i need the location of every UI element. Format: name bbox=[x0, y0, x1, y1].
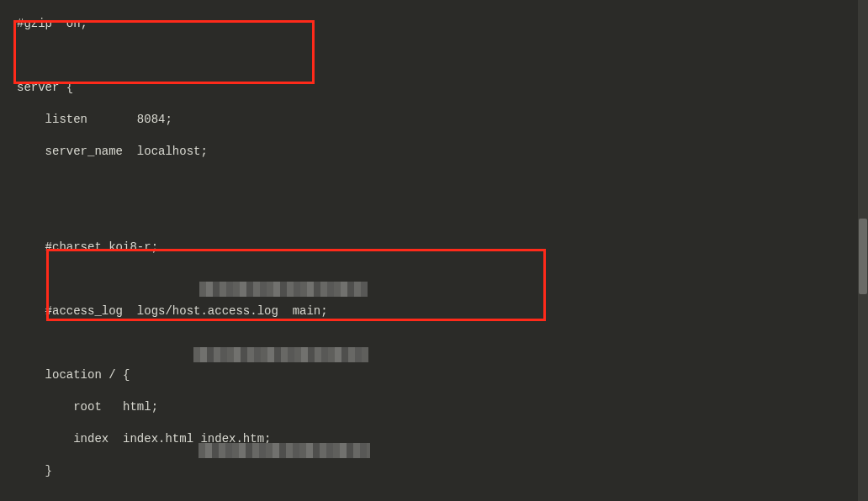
code-line: listen 8084; bbox=[17, 112, 868, 128]
redacted-overlay bbox=[198, 443, 370, 458]
code-line bbox=[17, 335, 868, 351]
code-line bbox=[17, 176, 868, 192]
code-line bbox=[17, 272, 868, 287]
code-line: #access_log logs/host.access.log main; bbox=[17, 303, 868, 319]
vertical-scrollbar-track[interactable] bbox=[858, 0, 868, 501]
redacted-overlay bbox=[193, 347, 368, 362]
code-line: #gzip on; bbox=[17, 16, 868, 32]
code-editor-content[interactable]: #gzip on; server { listen 8084; server_n… bbox=[0, 0, 868, 501]
code-line: #charset koi8-r; bbox=[17, 240, 868, 256]
code-line: index index.html index.htm; bbox=[17, 431, 868, 447]
code-line bbox=[17, 208, 868, 224]
code-line: root html; bbox=[17, 399, 868, 415]
code-line: server_name localhost; bbox=[17, 144, 868, 160]
code-line: } bbox=[17, 463, 868, 479]
redacted-overlay bbox=[199, 282, 368, 297]
code-line: server { bbox=[17, 80, 868, 96]
vertical-scrollbar-thumb[interactable] bbox=[859, 219, 867, 294]
code-line bbox=[17, 495, 868, 501]
code-line: location / { bbox=[17, 367, 868, 383]
code-line bbox=[17, 48, 868, 64]
